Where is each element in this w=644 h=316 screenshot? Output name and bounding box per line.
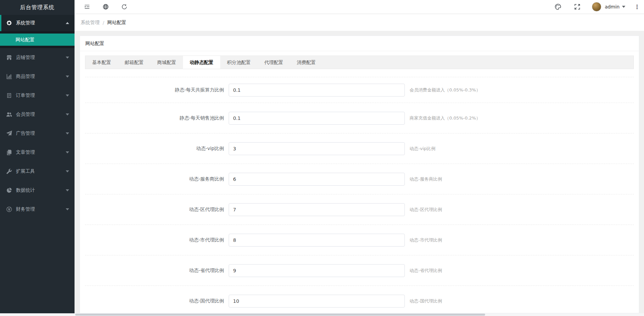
site-config-card: 网站配置 基本配置 邮箱配置 商城配置 动静态配置 积分池配置 代理配置 消费配… [80,36,639,313]
chevron-down-icon [66,76,69,78]
static-resonance-ratio-input[interactable] [229,84,405,97]
chevron-up-icon [66,22,69,24]
article-copy-icon [6,149,12,155]
field-label: 动态-省代理比例 [85,268,224,274]
sidebar-item-label: 商品管理 [16,73,63,80]
breadcrumb-item-current: 网站配置 [107,20,126,26]
sidebar: 后台管理系统 系统管理 网站配置 店铺管理 商品管理 订单管理 [0,0,75,313]
form-row: 动态-区代理比例 动态-区代理比例 [85,194,634,225]
sidebar-item-label: 扩展工具 [16,168,63,174]
sidebar-item-members[interactable]: 会员管理 [0,105,75,124]
topbar: admin ⋮ [75,0,644,14]
chevron-down-icon [66,57,69,59]
sidebar-submenu-system: 网站配置 [0,31,75,48]
field-help: 会员消费金额进入（0.05%-0.3%） [410,87,480,93]
sidebar-item-label: 广告管理 [16,130,63,136]
dynamic-city-agent-ratio-input[interactable] [229,234,405,247]
sidebar-item-goods[interactable]: 商品管理 [0,67,75,86]
yen-circle-icon [6,206,12,212]
field-help: 动态-服务商比例 [410,176,442,182]
menu-fold-icon[interactable] [84,4,90,10]
field-label: 动态-区代理比例 [85,207,224,213]
field-label: 动态-国代理比例 [85,298,224,304]
form-row: 动态-服务商比例 动态-服务商比例 [85,164,634,194]
globe-icon[interactable] [103,4,109,10]
tab-consume[interactable]: 消费配置 [290,56,323,69]
order-list-icon [6,92,12,99]
sidebar-item-shop[interactable]: 店铺管理 [0,48,75,67]
fullscreen-icon[interactable] [574,3,581,10]
chevron-down-icon [66,208,69,210]
sidebar-item-label: 订单管理 [16,92,63,99]
config-tabs: 基本配置 邮箱配置 商城配置 动静态配置 积分池配置 代理配置 消费配置 [85,56,634,69]
avatar[interactable] [592,2,601,12]
tab-dynamic-static[interactable]: 动静态配置 [183,56,220,69]
dynamic-service-provider-ratio-input[interactable] [229,173,405,186]
sidebar-item-label: 系统管理 [16,20,63,26]
kebab-menu-icon[interactable]: ⋮ [634,4,640,10]
topbar-right: admin ⋮ [542,2,641,12]
sidebar-item-label: 会员管理 [16,111,63,118]
pie-chart-icon [6,187,12,193]
tab-mall[interactable]: 商城配置 [150,56,183,69]
breadcrumb-separator: / [103,20,104,25]
tab-agent[interactable]: 代理配置 [257,56,290,69]
wrench-icon [6,168,12,174]
tab-email[interactable]: 邮箱配置 [118,56,150,69]
user-name[interactable]: admin [605,4,620,9]
sidebar-item-system[interactable]: 系统管理 [0,15,75,31]
sidebar-item-stats[interactable]: 数据统计 [0,181,75,200]
refresh-icon[interactable] [121,4,127,10]
dynamic-vip-ratio-input[interactable] [229,142,405,155]
form-row: 静态-每天共振算力比例 会员消费金额进入（0.05%-0.3%） [85,77,634,103]
field-help: 商家充值金额进入（0.05%-0.2%） [410,115,480,121]
breadcrumb-item-system[interactable]: 系统管理 [81,20,100,26]
main-content: 网站配置 基本配置 邮箱配置 商城配置 动静态配置 积分池配置 代理配置 消费配… [75,31,644,313]
config-form: 静态-每天共振算力比例 会员消费金额进入（0.05%-0.3%） 静态-每天销售… [85,77,634,313]
field-label: 静态-每天共振算力比例 [85,87,224,93]
form-row: 动态-市代理比例 动态-市代理比例 [85,225,634,255]
form-row: 动态-国代理比例 动态-国代理比例 [85,286,634,313]
chevron-down-icon [66,113,69,115]
sidebar-item-label: 文章管理 [16,149,63,155]
app-title: 后台管理系统 [0,0,75,15]
field-help: 动态-vip比例 [410,146,435,152]
sidebar-item-finance[interactable]: 财务管理 [0,200,75,219]
sidebar-item-label: 数据统计 [16,187,63,193]
tab-points-pool[interactable]: 积分池配置 [220,56,257,69]
horizontal-scrollbar[interactable] [0,313,644,316]
chevron-down-icon [66,132,69,134]
users-icon [6,111,12,118]
field-help: 动态-区代理比例 [410,207,442,213]
breadcrumb: 系统管理 / 网站配置 [75,14,644,31]
card-title: 网站配置 [80,36,639,51]
chevron-down-icon [66,94,69,97]
sidebar-item-orders[interactable]: 订单管理 [0,86,75,105]
field-label: 动态-市代理比例 [85,237,224,243]
sidebar-item-articles[interactable]: 文章管理 [0,143,75,162]
sidebar-item-ads[interactable]: 广告管理 [0,124,75,143]
horizontal-scrollbar-thumb[interactable] [75,314,485,316]
user-dropdown-caret-icon[interactable] [622,6,625,8]
form-row: 动态-vip比例 动态-vip比例 [85,133,634,164]
field-label: 动态-vip比例 [85,146,224,152]
field-help: 动态-国代理比例 [410,298,442,304]
tab-basic[interactable]: 基本配置 [85,56,118,69]
field-label: 静态-每天销售池比例 [85,115,224,121]
sidebar-item-label: 店铺管理 [16,55,63,61]
dynamic-district-agent-ratio-input[interactable] [229,203,405,216]
chevron-down-icon [66,170,69,172]
form-row: 动态-省代理比例 动态-省代理比例 [85,255,634,286]
dynamic-province-agent-ratio-input[interactable] [229,264,405,277]
sidebar-item-tools[interactable]: 扩展工具 [0,162,75,181]
paper-plane-icon [6,130,12,136]
field-help: 动态-市代理比例 [410,237,442,243]
static-sales-pool-ratio-input[interactable] [229,112,405,125]
gear-icon [6,20,12,26]
bar-chart-icon [6,73,12,80]
field-help: 动态-省代理比例 [410,268,442,274]
chevron-down-icon [66,189,69,191]
sidebar-item-site-config[interactable]: 网站配置 [0,34,75,46]
palette-icon[interactable] [555,3,561,10]
dynamic-national-agent-ratio-input[interactable] [229,295,405,308]
